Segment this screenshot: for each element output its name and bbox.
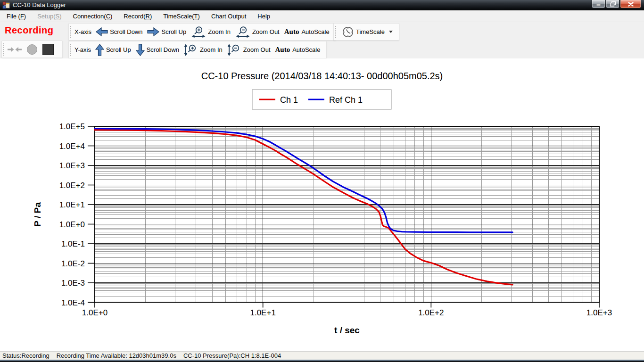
window-title: CC-10 Data Logger <box>13 1 66 8</box>
record-button[interactable] <box>27 44 37 55</box>
window-controls <box>591 0 641 8</box>
svg-text:1.0E+2: 1.0E+2 <box>59 181 85 190</box>
restore-button[interactable] <box>606 0 619 8</box>
left-arrow-icon <box>96 27 108 36</box>
series-ref-ch-1 <box>95 129 512 232</box>
svg-text:1.0E+4: 1.0E+4 <box>59 142 85 151</box>
auto-glyph: Auto <box>275 46 290 54</box>
legend: Ch 1 Ref Ch 1 <box>252 90 391 109</box>
y-axis-label: Y-axis <box>74 46 91 53</box>
disconnect-icon <box>8 46 22 53</box>
x-autoscale-button[interactable]: Auto AutoScale <box>282 27 332 37</box>
minimize-button[interactable] <box>592 0 605 8</box>
svg-text:1.0E-3: 1.0E-3 <box>61 279 85 288</box>
legend-label-refch1: Ref Ch 1 <box>329 95 363 105</box>
y-zoom-in-button[interactable]: Zoom In <box>182 42 225 58</box>
recording-status-label: Recording <box>5 25 53 36</box>
x-scroll-down-button[interactable]: Scroll Down <box>93 26 145 37</box>
toolbar-grip[interactable] <box>70 25 72 38</box>
menu-connection[interactable]: Connection(C) <box>67 11 118 21</box>
svg-text:1.0E+0: 1.0E+0 <box>82 308 107 317</box>
status-text: Status:Recording <box>2 352 50 359</box>
close-icon <box>628 2 634 7</box>
minimize-icon <box>596 2 601 6</box>
major-gridlines <box>95 126 599 303</box>
legend-label-ch1: Ch 1 <box>280 95 298 105</box>
svg-text:1.0E+2: 1.0E+2 <box>418 308 444 317</box>
close-button[interactable] <box>620 0 641 8</box>
y-zoom-out-button[interactable]: Zoom Out <box>225 42 273 58</box>
plot-area[interactable] <box>95 126 599 303</box>
svg-text:1.0E-1: 1.0E-1 <box>61 239 85 248</box>
stop-button[interactable] <box>42 44 54 55</box>
menu-timescale[interactable]: TimeScale(T) <box>157 11 206 21</box>
toolbar-grip[interactable] <box>3 43 5 56</box>
minor-gridlines <box>95 126 599 303</box>
status-bar: Status:Recording Recording Time Availabl… <box>0 351 644 360</box>
down-arrow-icon <box>136 44 145 56</box>
y-scroll-up-button[interactable]: Scroll Up <box>93 43 133 57</box>
title-bar: CC-10 Data Logger <box>0 0 644 10</box>
menu-chart-output[interactable]: Chart Output <box>206 11 252 21</box>
axis-tick-labels: 1.0E+01.0E+11.0E+21.0E+31.0E+51.0E+41.0E… <box>59 122 612 317</box>
auto-glyph: Auto <box>284 28 299 36</box>
y-scroll-down-button[interactable]: Scroll Down <box>133 43 182 57</box>
right-arrow-icon <box>147 27 159 36</box>
x-axis-label: X-axis <box>74 28 91 35</box>
clock-icon <box>342 26 354 38</box>
recording-time-text: Recording Time Available: 12d03h01m39.0s <box>57 352 176 359</box>
x-axis-title: t / sec <box>334 325 360 335</box>
pressure-chart: 1.0E+01.0E+11.0E+21.0E+31.0E+51.0E+41.0E… <box>0 58 644 351</box>
svg-text:1.0E+3: 1.0E+3 <box>586 308 612 317</box>
svg-text:1.0E-4: 1.0E-4 <box>61 298 85 307</box>
app-icon <box>2 1 10 9</box>
x-scroll-up-button[interactable]: Scroll Up <box>145 26 189 37</box>
menu-setup[interactable]: Setup(S) <box>32 11 67 21</box>
y-axis-strip: Y-axis Scroll Up Scroll Down Zoom <box>68 41 327 58</box>
toolbar-grip[interactable] <box>335 25 337 38</box>
toolbar: Recording X-axis Scroll Down <box>0 22 644 58</box>
svg-text:1.0E+1: 1.0E+1 <box>59 200 85 209</box>
up-arrow-icon <box>95 44 104 56</box>
menu-help[interactable]: Help <box>252 11 276 21</box>
menu-bar: File (F) Setup(S) Connection(C) Record(R… <box>0 10 644 22</box>
chart-title: CC-10 Pressure (2014/03/18 14:40:13- 00d… <box>201 71 443 81</box>
menu-file[interactable]: File (F) <box>1 11 32 21</box>
x-axis-strip: X-axis Scroll Down Scroll Up Zoom <box>68 23 336 41</box>
chart-panel: 1.0E+01.0E+11.0E+21.0E+31.0E+51.0E+41.0E… <box>0 58 644 351</box>
chevron-down-icon <box>389 31 393 33</box>
y-zoom-in-icon <box>184 43 198 57</box>
record-control-strip <box>1 41 63 58</box>
x-zoom-in-button[interactable]: Zoom In <box>189 25 233 39</box>
toolbar-grip[interactable] <box>70 43 72 56</box>
timescale-button[interactable]: TimeScale <box>339 25 395 39</box>
stop-square-icon <box>42 44 54 55</box>
pressure-reading-text: CC-10 Pressure(Pa):CH 1:8.1E-004 <box>183 352 281 359</box>
menu-record[interactable]: Record(R) <box>118 11 157 21</box>
disconnect-button[interactable] <box>8 46 22 53</box>
window-bottom-border <box>0 360 644 362</box>
series-ch-1 <box>95 130 512 285</box>
svg-text:1.0E+0: 1.0E+0 <box>59 220 85 229</box>
x-zoom-in-icon <box>191 26 206 38</box>
record-circle-icon <box>27 44 37 55</box>
x-zoom-out-icon <box>235 26 250 38</box>
x-zoom-out-button[interactable]: Zoom Out <box>233 25 282 39</box>
y-axis-title: P / Pa <box>33 202 42 227</box>
restore-icon <box>610 1 616 7</box>
timescale-strip: TimeScale <box>333 23 399 41</box>
svg-text:1.0E-2: 1.0E-2 <box>61 259 85 268</box>
svg-text:1.0E+1: 1.0E+1 <box>250 308 275 317</box>
svg-text:1.0E+3: 1.0E+3 <box>59 161 85 170</box>
y-zoom-out-icon <box>227 43 241 57</box>
y-autoscale-button[interactable]: Auto AutoScale <box>273 45 323 55</box>
svg-text:1.0E+5: 1.0E+5 <box>59 122 85 131</box>
